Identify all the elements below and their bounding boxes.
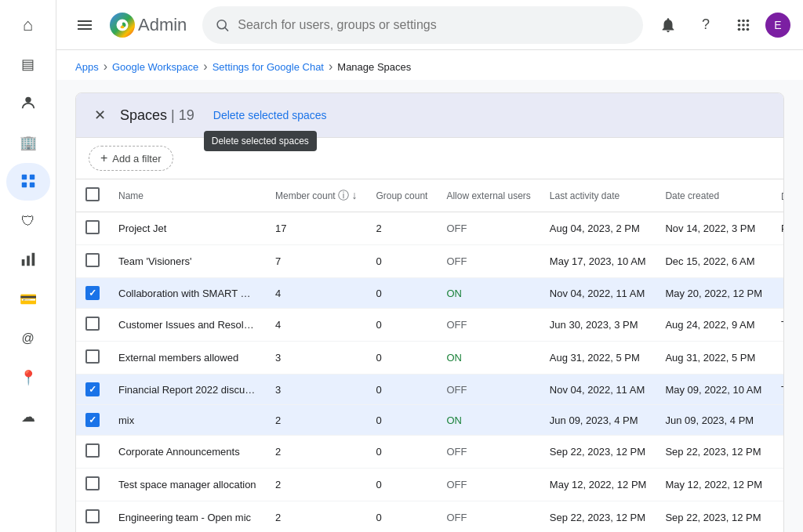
row-allow-external: ON xyxy=(437,405,540,436)
topbar: Admin ? E xyxy=(56,0,803,50)
row-allow-external: OFF xyxy=(437,245,540,278)
row-date-created: May 09, 2022, 10 AM xyxy=(656,375,772,405)
breadcrumb-settings[interactable]: Settings for Google Chat xyxy=(213,61,324,73)
row-member-count: 2 xyxy=(266,405,366,436)
waffle-icon xyxy=(735,16,752,34)
row-member-count: 2 xyxy=(266,501,366,533)
header-date-created: Date created xyxy=(656,179,772,212)
table-row: Customer Issues and Resolutions case st.… xyxy=(76,309,783,342)
row-checkbox-cell xyxy=(76,501,109,533)
row-member-count: 4 xyxy=(266,278,366,309)
row-date-created: May 12, 2022, 12 PM xyxy=(656,469,772,501)
row-allow-external: OFF xyxy=(437,436,540,469)
sidebar-item-home[interactable]: ⌂ xyxy=(6,6,50,44)
sidebar-item-security[interactable]: 🛡 xyxy=(6,202,50,240)
row-checkbox-cell xyxy=(76,469,109,501)
sidebar-item-org[interactable]: 🏢 xyxy=(6,124,50,161)
row-checkbox[interactable] xyxy=(85,413,100,427)
row-date-created: Dec 15, 2022, 6 AM xyxy=(656,245,772,278)
svg-rect-6 xyxy=(27,255,30,266)
header-checkbox-cell xyxy=(76,179,109,212)
row-checkbox[interactable] xyxy=(85,253,100,267)
search-bar[interactable] xyxy=(202,6,643,44)
sidebar-item-cloud[interactable]: ☁ xyxy=(6,398,50,436)
row-checkbox[interactable] xyxy=(85,382,100,396)
sidebar-item-dashboard[interactable]: ▤ xyxy=(6,45,50,83)
row-description xyxy=(772,342,783,375)
row-group-count: 0 xyxy=(366,309,437,342)
header-description: Description ⚙ xyxy=(772,179,783,212)
breadcrumb-workspace[interactable]: Google Workspace xyxy=(112,61,198,73)
svg-point-21 xyxy=(742,27,745,31)
notifications-button[interactable] xyxy=(652,9,684,41)
row-description xyxy=(772,405,783,436)
row-checkbox[interactable] xyxy=(85,443,100,458)
breadcrumb-apps[interactable]: Apps xyxy=(75,61,99,73)
row-checkbox[interactable] xyxy=(85,509,100,523)
table-row: External members allowed 3 0 ON Aug 31, … xyxy=(76,342,783,375)
row-description xyxy=(772,278,783,309)
help-button[interactable]: ? xyxy=(690,9,721,41)
row-checkbox-cell xyxy=(76,309,109,342)
row-checkbox-cell xyxy=(76,278,109,309)
breadcrumb-current: Manage Spaces xyxy=(337,61,411,73)
row-date-created: Sep 22, 2023, 12 PM xyxy=(656,436,772,469)
sidebar-item-users[interactable] xyxy=(6,85,50,122)
content-area: ✕ Spaces | 19 Delete selected spaces Del… xyxy=(56,80,803,532)
row-allow-external: OFF xyxy=(437,375,540,405)
row-name: Customer Issues and Resolutions case st.… xyxy=(109,309,266,342)
row-member-count: 2 xyxy=(266,436,366,469)
sidebar-item-gmail[interactable]: @ xyxy=(6,320,50,357)
row-description: This is the space t xyxy=(772,309,783,342)
table-row: Collaboration with SMART CONSULTING 4 0 … xyxy=(76,278,783,309)
header-group-count: Group count xyxy=(366,179,437,212)
add-filter-button[interactable]: + Add a filter xyxy=(89,146,173,171)
row-name: Team 'Visioners' xyxy=(109,245,266,278)
sidebar-item-reports[interactable] xyxy=(6,241,50,279)
breadcrumb-sep-3: › xyxy=(329,60,332,74)
sidebar-item-apps[interactable] xyxy=(6,163,50,201)
table-body: Project Jet 17 2 OFF Aug 04, 2023, 2 PM … xyxy=(76,212,783,533)
card-header: ✕ Spaces | 19 Delete selected spaces Del… xyxy=(76,93,783,138)
row-checkbox[interactable] xyxy=(85,286,100,300)
svg-rect-9 xyxy=(78,24,92,26)
delete-container: Delete selected spaces Delete selected s… xyxy=(204,103,336,128)
member-count-info-icon[interactable]: ⓘ xyxy=(338,189,349,201)
svg-rect-7 xyxy=(31,253,35,266)
row-checkbox[interactable] xyxy=(85,476,100,490)
svg-rect-3 xyxy=(21,183,26,187)
sidebar-item-location[interactable]: 📍 xyxy=(6,359,50,396)
row-checkbox-cell xyxy=(76,245,109,278)
row-group-count: 0 xyxy=(366,469,437,501)
member-count-sort-icon[interactable]: ↓ xyxy=(351,189,357,201)
search-icon xyxy=(215,17,230,33)
row-group-count: 0 xyxy=(366,375,437,405)
search-input[interactable] xyxy=(238,18,630,32)
header-member-count: Member count ⓘ ↓ xyxy=(266,179,366,212)
sidebar-item-billing[interactable]: 💳 xyxy=(6,280,50,318)
row-checkbox[interactable] xyxy=(85,220,100,234)
row-member-count: 2 xyxy=(266,469,366,501)
sidebar: ⌂ ▤ 🏢 🛡 💳 @ 📍 ☁ xyxy=(0,0,56,532)
table-row: Project Jet 17 2 OFF Aug 04, 2023, 2 PM … xyxy=(76,212,783,245)
row-date-created: Nov 14, 2022, 3 PM xyxy=(656,212,772,245)
table-row: mix 2 0 ON Jun 09, 2023, 4 PM Jun 09, 20… xyxy=(76,405,783,436)
row-group-count: 0 xyxy=(366,501,437,533)
row-description xyxy=(772,245,783,278)
row-name: mix xyxy=(109,405,266,436)
delete-selected-button[interactable]: Delete selected spaces xyxy=(204,103,336,128)
hamburger-button[interactable] xyxy=(69,9,100,41)
spaces-count: | 19 xyxy=(171,107,194,123)
row-checkbox[interactable] xyxy=(85,317,100,331)
row-checkbox[interactable] xyxy=(85,349,100,364)
row-group-count: 2 xyxy=(366,212,437,245)
user-avatar[interactable]: E xyxy=(765,13,790,38)
svg-rect-4 xyxy=(29,183,34,187)
select-all-checkbox[interactable] xyxy=(85,187,100,201)
close-button[interactable]: ✕ xyxy=(89,104,111,126)
svg-point-18 xyxy=(742,24,745,27)
row-allow-external: OFF xyxy=(437,469,540,501)
spaces-table-wrap: Name Member count ⓘ ↓ Group count xyxy=(76,179,783,532)
waffle-button[interactable] xyxy=(728,9,759,41)
row-last-activity: Jun 30, 2023, 3 PM xyxy=(540,309,656,342)
